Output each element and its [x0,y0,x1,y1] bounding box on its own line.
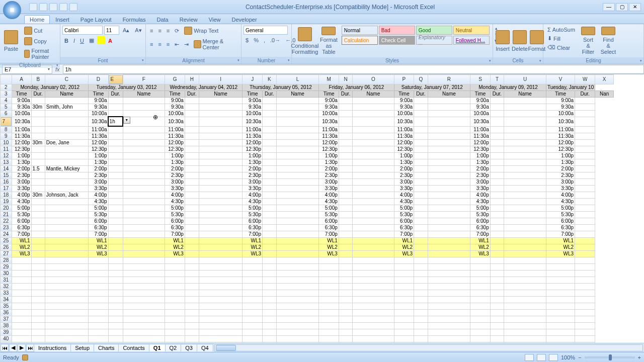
cell[interactable] [45,159,88,165]
underline-button[interactable]: U [78,36,86,45]
cell[interactable]: WL2 [165,244,185,250]
cell[interactable] [45,257,88,263]
cell[interactable] [339,218,352,224]
zoom-out-button[interactable]: − [578,354,581,360]
cell[interactable]: 9:00a [89,97,109,104]
row-header-35[interactable]: 35 [1,303,12,309]
cell[interactable] [504,322,546,329]
cell[interactable] [45,172,88,178]
row-header-5[interactable]: 5 [1,104,12,110]
row-header-13[interactable]: 13 [1,159,12,165]
cell[interactable] [123,237,165,244]
row-header-23[interactable]: 23 [1,224,12,231]
cell[interactable]: 3:30p [12,185,31,192]
cell[interactable]: 1:30p [89,159,109,165]
cell[interactable] [575,192,595,198]
cell[interactable] [504,205,546,211]
cell[interactable] [199,329,243,335]
cell[interactable] [263,185,277,192]
inc-decimal-button[interactable]: .0→ [268,36,282,44]
cell[interactable] [394,335,414,342]
cell[interactable]: 30m [31,104,45,110]
cell[interactable] [428,126,470,133]
cell[interactable] [12,329,31,335]
cell[interactable] [89,309,109,316]
cell[interactable]: 6:30p [12,224,31,231]
font-size-select[interactable]: 11 [104,26,119,35]
cell[interactable]: 11:30a [165,133,185,139]
cell[interactable] [504,104,546,110]
cell[interactable] [504,250,546,257]
cell[interactable]: 6:00p [470,218,491,224]
cell[interactable] [428,97,470,104]
cell[interactable]: 10:30a [12,117,31,126]
cell[interactable]: WL2 [243,244,263,250]
cell[interactable] [263,244,277,250]
cell[interactable]: 12:00p [546,139,575,146]
cell[interactable] [108,309,123,316]
cell[interactable] [263,192,277,198]
cell[interactable] [185,192,199,198]
cell[interactable] [428,257,470,263]
cell[interactable]: 11:30a [546,133,575,139]
qat-redo-icon[interactable] [49,3,57,11]
cell[interactable] [504,277,546,283]
cell[interactable] [263,218,277,224]
cell[interactable]: 6:00p [12,218,31,224]
cell[interactable]: 5:00p [12,205,31,211]
sheet-tab-Q4[interactable]: Q4 [197,344,213,351]
cell[interactable] [353,231,394,237]
cell[interactable] [353,97,394,104]
cell[interactable]: 2:30p [319,172,339,178]
cell[interactable] [575,146,595,152]
cell[interactable] [546,277,575,283]
cell[interactable] [165,322,185,329]
tab-page-layout[interactable]: Page Layout [75,15,117,24]
cell[interactable] [428,303,470,309]
active-cell[interactable]: 1h▼ [108,117,123,126]
col-header-V[interactable]: V [546,75,575,84]
cell[interactable] [428,329,470,335]
cell[interactable] [414,303,428,309]
font-face-select[interactable]: Calibri [62,26,103,35]
cell[interactable]: 4:30p [394,198,414,205]
cell[interactable] [185,104,199,110]
cell[interactable] [165,263,185,270]
cell[interactable] [394,322,414,329]
cell[interactable] [123,322,165,329]
cell[interactable] [263,126,277,133]
cell[interactable] [575,335,595,342]
cell[interactable] [490,104,504,110]
cell[interactable] [504,159,546,165]
cell[interactable] [353,296,394,303]
cell[interactable] [108,152,123,159]
cell[interactable] [199,309,243,316]
cell[interactable]: WL3 [319,250,339,257]
cell[interactable] [319,290,339,296]
cell[interactable] [353,303,394,309]
format-as-table-button[interactable]: Format as Table [318,26,340,56]
cell[interactable]: 11:00a [319,126,339,133]
cell[interactable] [185,165,199,172]
cell[interactable] [243,335,263,342]
cell[interactable] [185,296,199,303]
cell[interactable] [123,139,165,146]
col-header-X[interactable]: X [595,75,614,84]
cell[interactable] [575,133,595,139]
cell[interactable] [108,342,123,343]
cell[interactable] [263,270,277,277]
cell[interactable] [199,198,243,205]
tab-data[interactable]: Data [151,15,174,24]
cell[interactable] [123,231,165,237]
cell[interactable] [108,250,123,257]
cell[interactable] [353,192,394,198]
cell[interactable] [199,146,243,152]
cell[interactable] [339,329,352,335]
cell[interactable] [123,270,165,277]
cell[interactable] [276,257,319,263]
cell[interactable] [504,110,546,117]
cell[interactable] [414,270,428,277]
col-header-K[interactable]: K [263,75,277,84]
cell[interactable] [276,335,319,342]
cell[interactable] [339,257,352,263]
